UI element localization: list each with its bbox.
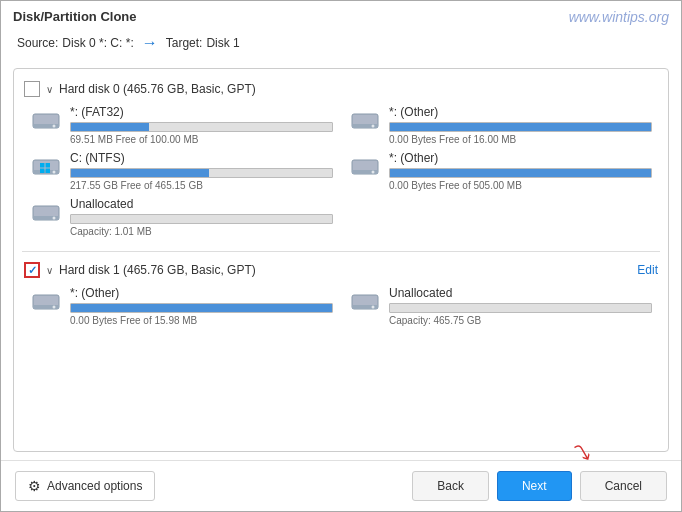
divider [22,251,660,252]
partition-name: *: (Other) [389,151,652,165]
back-button[interactable]: Back [412,471,489,501]
disk-drive-icon [349,288,381,316]
partition-name: C: (NTFS) [70,151,333,165]
svg-rect-11 [40,169,45,174]
partition-item: *: (Other) 0.00 Bytes Free of 16.00 MB [349,105,652,145]
partition-name: *: (Other) [70,286,333,300]
footer: ⚙ Advanced options Back Next Cancel [1,460,681,511]
progress-bar [389,168,652,178]
disk-drive-icon [30,288,62,316]
svg-rect-9 [40,163,45,168]
partition-info: Unallocated Capacity: 1.01 MB [70,197,333,237]
cancel-button[interactable]: Cancel [580,471,667,501]
partition-item: *: (Other) 0.00 Bytes Free of 505.00 MB [349,151,652,191]
svg-point-24 [372,306,375,309]
content-area: ∨ Hard disk 0 (465.76 GB, Basic, GPT) [1,60,681,460]
advanced-options-button[interactable]: ⚙ Advanced options [15,471,155,501]
progress-bar [70,303,333,313]
svg-point-15 [372,171,375,174]
progress-bar [389,303,652,313]
disk-group-0: ∨ Hard disk 0 (465.76 GB, Basic, GPT) [22,77,660,245]
disk0-checkbox[interactable] [24,81,40,97]
partition-info: C: (NTFS) 217.55 GB Free of 465.15 GB [70,151,333,191]
disk1-chevron: ∨ [46,265,53,276]
partition-name: *: (FAT32) [70,105,333,119]
disk-drive-icon [30,199,62,227]
disk-group-1: ✓ ∨ Hard disk 1 (465.76 GB, Basic, GPT) … [22,258,660,334]
partition-size: Capacity: 1.01 MB [70,226,333,237]
partition-item: Unallocated Capacity: 1.01 MB [30,197,333,237]
partition-size: 69.51 MB Free of 100.00 MB [70,134,333,145]
partition-info: *: (Other) 0.00 Bytes Free of 15.98 MB [70,286,333,326]
target-label: Target: [166,36,203,50]
window-title: Disk/Partition Clone [13,9,137,24]
svg-point-5 [372,125,375,128]
partition-info: *: (Other) 0.00 Bytes Free of 16.00 MB [389,105,652,145]
source-value: Disk 0 *: C: *: [62,36,133,50]
disk-panel: ∨ Hard disk 0 (465.76 GB, Basic, GPT) [13,68,669,452]
svg-point-18 [53,217,56,220]
partition-item: Unallocated Capacity: 465.75 GB [349,286,652,326]
partition-size: 0.00 Bytes Free of 15.98 MB [70,315,333,326]
svg-rect-12 [46,169,51,174]
progress-fill [71,169,209,177]
disk-drive-icon [30,107,62,135]
progress-bar [70,168,333,178]
disk0-label: Hard disk 0 (465.76 GB, Basic, GPT) [59,82,256,96]
disk1-partitions: *: (Other) 0.00 Bytes Free of 15.98 MB [22,282,660,334]
partition-size: 0.00 Bytes Free of 16.00 MB [389,134,652,145]
progress-fill [71,304,332,312]
partition-size: 217.55 GB Free of 465.15 GB [70,180,333,191]
disk1-label: Hard disk 1 (465.76 GB, Basic, GPT) [59,263,256,277]
disk-drive-icon [349,153,381,181]
disk0-chevron: ∨ [46,84,53,95]
checkmark-icon: ✓ [28,264,37,277]
svg-point-2 [53,125,56,128]
edit-link[interactable]: Edit [637,263,658,277]
partition-item: C: (NTFS) 217.55 GB Free of 465.15 GB [30,151,333,191]
source-bar: Source: Disk 0 *: C: *: → Target: Disk 1 [1,28,681,60]
next-button[interactable]: Next [497,471,572,501]
title-bar: Disk/Partition Clone [1,1,681,28]
progress-fill [390,169,651,177]
progress-fill [71,123,149,131]
disk-drive-icon [349,107,381,135]
partition-info: *: (FAT32) 69.51 MB Free of 100.00 MB [70,105,333,145]
svg-point-8 [53,171,56,174]
partition-size: Capacity: 465.75 GB [389,315,652,326]
disk0-partitions: *: (FAT32) 69.51 MB Free of 100.00 MB [22,101,660,245]
source-label: Source: [17,36,58,50]
disk-drive-icon-win [30,153,62,181]
advanced-options-label: Advanced options [47,479,142,493]
progress-bar [389,122,652,132]
disk0-header: ∨ Hard disk 0 (465.76 GB, Basic, GPT) [22,77,660,101]
arrow-icon: → [142,34,158,52]
progress-bar [70,122,333,132]
target-value: Disk 1 [206,36,239,50]
partition-size: 0.00 Bytes Free of 505.00 MB [389,180,652,191]
disk1-header: ✓ ∨ Hard disk 1 (465.76 GB, Basic, GPT) … [22,258,660,282]
disk1-checkbox[interactable]: ✓ [24,262,40,278]
main-window: Disk/Partition Clone www.wintips.org Sou… [0,0,682,512]
partition-info: *: (Other) 0.00 Bytes Free of 505.00 MB [389,151,652,191]
partition-name: Unallocated [389,286,652,300]
partition-name: Unallocated [70,197,333,211]
svg-point-21 [53,306,56,309]
partition-name: *: (Other) [389,105,652,119]
progress-fill [390,123,651,131]
svg-rect-10 [46,163,51,168]
partition-info: Unallocated Capacity: 465.75 GB [389,286,652,326]
gear-icon: ⚙ [28,478,41,494]
partition-item: *: (FAT32) 69.51 MB Free of 100.00 MB [30,105,333,145]
partition-item: *: (Other) 0.00 Bytes Free of 15.98 MB [30,286,333,326]
progress-bar [70,214,333,224]
